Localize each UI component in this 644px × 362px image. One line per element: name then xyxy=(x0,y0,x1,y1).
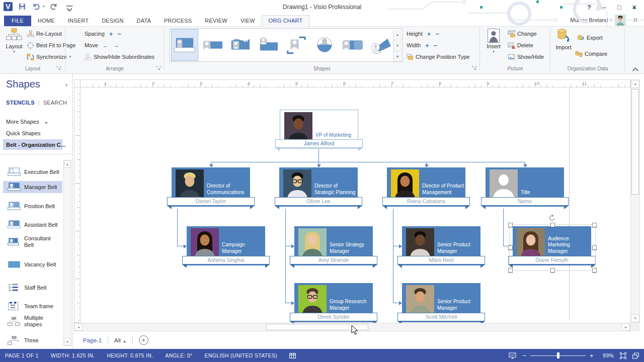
move-right-button[interactable]: → xyxy=(113,42,119,49)
visio-app-icon[interactable] xyxy=(3,2,13,12)
undo-button[interactable] xyxy=(31,2,41,12)
tab-data[interactable]: DATA xyxy=(130,16,158,26)
org-node-ashima[interactable]: Campaign ManagerAshima Singhal xyxy=(182,226,270,273)
status-page[interactable]: PAGE 1 OF 1 xyxy=(5,352,39,358)
spacing-decrease-button[interactable]: − xyxy=(117,30,121,38)
tab-stencils[interactable]: STENCILS xyxy=(6,100,35,106)
shape-style-panel[interactable] xyxy=(227,29,254,61)
stencil-item-vacancy-belt[interactable]: Vacancy Belt xyxy=(3,258,62,270)
undo-dropdown-icon[interactable]: ▾ xyxy=(43,5,45,9)
scroll-right-button[interactable]: ▸ xyxy=(622,323,630,331)
stencil-item-staff-belt[interactable]: Staff Belt xyxy=(3,282,62,294)
tab-search[interactable]: SEARCH xyxy=(43,100,67,106)
drawing-page[interactable]: VP of MarketingJames AlfordDirector of C… xyxy=(80,87,630,323)
switch-windows-icon[interactable] xyxy=(632,352,639,359)
org-node-oliver[interactable]: Director of Strategic PlanningOliver Lee xyxy=(275,167,362,214)
zoom-level[interactable]: 99% xyxy=(600,352,614,358)
customize-qat-button[interactable] xyxy=(63,2,73,12)
selection-handle[interactable] xyxy=(592,268,597,273)
user-avatar[interactable] xyxy=(615,15,626,26)
delete-picture-button[interactable]: Delete xyxy=(507,41,533,50)
synchronize-button[interactable]: Synchronize ▾ xyxy=(26,52,71,61)
rotation-handle[interactable] xyxy=(548,214,555,221)
insert-page-button[interactable]: + xyxy=(139,335,148,345)
tab-home[interactable]: HOME xyxy=(31,16,61,26)
user-dropdown-icon[interactable]: ▾ xyxy=(610,18,612,22)
tab-file[interactable]: FILE xyxy=(4,16,31,26)
import-button[interactable]: Import xyxy=(553,28,574,50)
tab-org-chart[interactable]: ORG CHART xyxy=(262,15,310,27)
vertical-scrollbar[interactable]: ▴ ▾ xyxy=(630,79,640,323)
horizontal-scrollbar[interactable]: ◂ ▸ xyxy=(74,323,630,331)
shape-style-belt[interactable] xyxy=(171,29,198,61)
width-increase-button[interactable]: + xyxy=(425,42,429,49)
stencil-item-three-shapes[interactable]: Three xyxy=(3,334,62,346)
stencil-scroll-down[interactable]: ▾ xyxy=(64,338,71,345)
org-node-james[interactable]: VP of MarketingJames Alford xyxy=(275,110,363,156)
selection-handle[interactable] xyxy=(508,268,513,273)
selection-handle[interactable] xyxy=(550,268,555,273)
scroll-left-button[interactable]: ◂ xyxy=(74,323,83,331)
tab-insert[interactable]: INSERT xyxy=(61,16,95,26)
redo-button[interactable] xyxy=(49,2,59,12)
org-connector[interactable] xyxy=(393,209,393,303)
more-shapes-item[interactable]: More Shapes ▸ xyxy=(6,119,48,125)
zoom-out-button[interactable]: − xyxy=(522,352,526,359)
arrange-dialog-launcher[interactable] xyxy=(156,66,162,71)
selection-handle[interactable] xyxy=(508,223,513,227)
shape-style-photo-left[interactable] xyxy=(199,29,226,61)
scroll-up-button[interactable]: ▴ xyxy=(631,80,639,88)
active-stencil-item[interactable]: Belt - Organization C... xyxy=(3,139,62,150)
presentation-mode-icon[interactable] xyxy=(509,352,516,359)
quick-shapes-item[interactable]: Quick Shapes xyxy=(6,130,40,136)
compare-button[interactable]: Compare xyxy=(575,49,607,58)
shape-style-frame[interactable] xyxy=(283,29,310,61)
relayout-button[interactable]: Re-Layout xyxy=(26,29,62,38)
tab-view[interactable]: VIEW xyxy=(234,16,262,26)
width-decrease-button[interactable]: − xyxy=(434,42,438,49)
org-node-reina[interactable]: Director of Product ManagementReina Caba… xyxy=(382,167,470,214)
pane-close-icon[interactable]: ✕ xyxy=(633,17,638,24)
show-hide-picture-button[interactable]: Show/Hide xyxy=(507,52,544,61)
org-node-daniel[interactable]: Director of CommunicationsDaniel Taylor xyxy=(167,167,255,214)
org-node-derek[interactable]: Group Research ManagerDerek Synder xyxy=(290,283,377,323)
fit-page-icon[interactable] xyxy=(620,352,626,359)
data-graphics-icon[interactable] xyxy=(289,352,296,359)
zoom-thumb[interactable] xyxy=(557,352,559,358)
org-connector[interactable] xyxy=(503,209,504,246)
selection-handle[interactable] xyxy=(592,245,597,250)
page-tab[interactable]: Page-1 xyxy=(83,337,102,343)
tab-review[interactable]: REVIEW xyxy=(198,16,234,26)
org-node-diane[interactable]: Audience Marketing ManagerDiane Forsyth xyxy=(508,226,596,273)
all-pages-button[interactable]: All▲ xyxy=(114,337,126,343)
org-node-amy[interactable]: Senior Strategy ManagerAmy Strande xyxy=(290,226,377,273)
minimize-button[interactable]: – xyxy=(597,2,612,13)
stencil-item-manager-belt[interactable]: Manager Belt xyxy=(3,181,62,193)
zoom-track[interactable] xyxy=(530,352,586,358)
help-button[interactable]: ? xyxy=(582,2,597,13)
status-language[interactable]: ENGLISH (UNITED STATES) xyxy=(205,352,277,358)
shape-style-badge[interactable] xyxy=(255,29,282,61)
shapes-dialog-launcher[interactable] xyxy=(472,66,477,71)
panel-collapse-icon[interactable]: ‹ xyxy=(65,81,67,88)
change-position-type-button[interactable]: Change Position Type xyxy=(406,52,469,61)
org-connector[interactable] xyxy=(285,209,286,303)
vertical-scroll-thumb[interactable] xyxy=(631,89,639,195)
height-decrease-button[interactable]: − xyxy=(435,30,439,38)
export-button[interactable]: Export xyxy=(577,33,603,42)
close-button[interactable]: ✕ xyxy=(627,2,642,13)
shape-style-card[interactable] xyxy=(339,29,366,61)
spacing-increase-button[interactable]: + xyxy=(109,30,113,38)
layout-button[interactable]: Layout ▾ xyxy=(4,28,24,54)
stencil-scroll-up[interactable]: ▴ xyxy=(64,160,71,168)
selection-handle[interactable] xyxy=(550,223,555,227)
change-picture-button[interactable]: Change xyxy=(507,29,537,38)
collapse-ribbon-button[interactable] xyxy=(632,66,639,71)
horizontal-scroll-thumb[interactable] xyxy=(266,324,368,330)
org-node-scott[interactable]: Senior Product ManagerScott Mitchell xyxy=(397,283,485,323)
stencil-item-assistant-belt[interactable]: Assistant Belt xyxy=(3,219,62,231)
shape-style-coin[interactable] xyxy=(311,29,338,61)
org-connector[interactable] xyxy=(177,209,178,246)
stencil-item-consultant-belt[interactable]: Consultant Belt xyxy=(3,235,62,248)
save-button[interactable] xyxy=(17,2,27,12)
